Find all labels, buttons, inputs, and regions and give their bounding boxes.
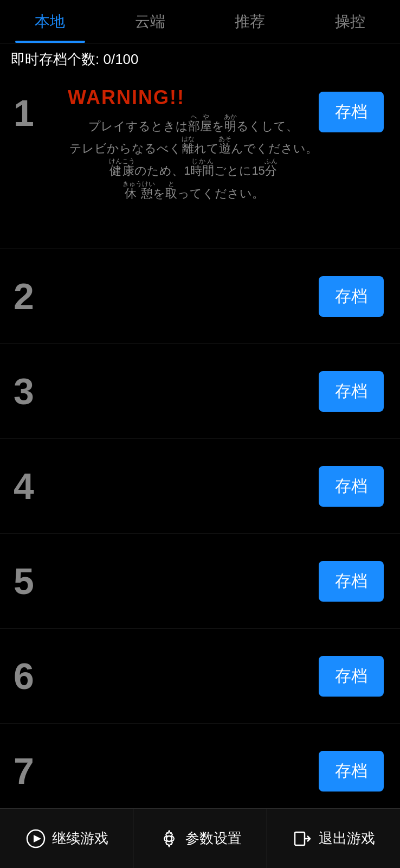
exit-game-label: 退出游戏 <box>319 829 375 848</box>
play-icon <box>25 828 47 850</box>
content-area: 1 WARNING!! プレイするときは部屋へやを明あかるくして、 テレビからな… <box>0 75 400 812</box>
slot-number-4: 4 <box>14 465 57 507</box>
slot-item-7: 7 存档 <box>0 724 400 812</box>
save-count-label: 即时存档个数: 0/100 <box>11 51 139 67</box>
svg-rect-3 <box>295 832 305 845</box>
save-button-5[interactable]: 存档 <box>319 561 384 602</box>
slot-number-5: 5 <box>14 560 57 602</box>
save-button-2[interactable]: 存档 <box>319 276 384 317</box>
svg-marker-1 <box>34 835 41 843</box>
continue-game-label: 继续游戏 <box>52 829 108 848</box>
tab-recommend[interactable]: 推荐 <box>200 0 300 43</box>
save-button-3[interactable]: 存档 <box>319 371 384 412</box>
slot-number-1: 1 <box>14 92 57 134</box>
slot-item-5: 5 存档 <box>0 534 400 629</box>
save-count-bar: 即时存档个数: 0/100 <box>0 43 400 75</box>
slot-item-3: 3 存档 <box>0 344 400 439</box>
slot-number-2: 2 <box>14 275 57 317</box>
save-button-4[interactable]: 存档 <box>319 466 384 507</box>
save-button-6[interactable]: 存档 <box>319 656 384 697</box>
slot-item-1: 1 WARNING!! プレイするときは部屋へやを明あかるくして、 テレビからな… <box>0 75 400 249</box>
exit-game-button[interactable]: 退出游戏 <box>267 809 400 868</box>
slot-number-7: 7 <box>14 750 57 792</box>
slot-item-6: 6 存档 <box>0 629 400 724</box>
nav-tabs: 本地 云端 推荐 操控 <box>0 0 400 43</box>
warning-title: WARNING!! <box>68 86 319 109</box>
settings-label: 参数设置 <box>185 829 242 848</box>
exit-icon <box>292 828 313 850</box>
tab-local[interactable]: 本地 <box>0 0 100 43</box>
slot-item-2: 2 存档 <box>0 249 400 344</box>
slot-item-4: 4 存档 <box>0 439 400 534</box>
slot-1-content: WARNING!! プレイするときは部屋へやを明あかるくして、 テレビからなるべ… <box>57 86 319 203</box>
svg-point-2 <box>166 836 172 841</box>
save-button-1[interactable]: 存档 <box>319 92 384 132</box>
settings-button[interactable]: 参数设置 <box>133 809 267 868</box>
tab-cloud[interactable]: 云端 <box>100 0 201 43</box>
slots-container: 1 WARNING!! プレイするときは部屋へやを明あかるくして、 テレビからな… <box>0 75 400 812</box>
tab-control[interactable]: 操控 <box>300 0 401 43</box>
gear-icon <box>158 828 180 850</box>
slot-number-6: 6 <box>14 655 57 697</box>
continue-game-button[interactable]: 继续游戏 <box>0 809 133 868</box>
bottom-bar: 继续游戏 参数设置 退出游戏 <box>0 808 400 868</box>
save-button-7[interactable]: 存档 <box>319 751 384 792</box>
warning-text: プレイするときは部屋へやを明あかるくして、 テレビからなるべく離はなれて遊あそん… <box>68 113 319 203</box>
slot-number-3: 3 <box>14 370 57 412</box>
